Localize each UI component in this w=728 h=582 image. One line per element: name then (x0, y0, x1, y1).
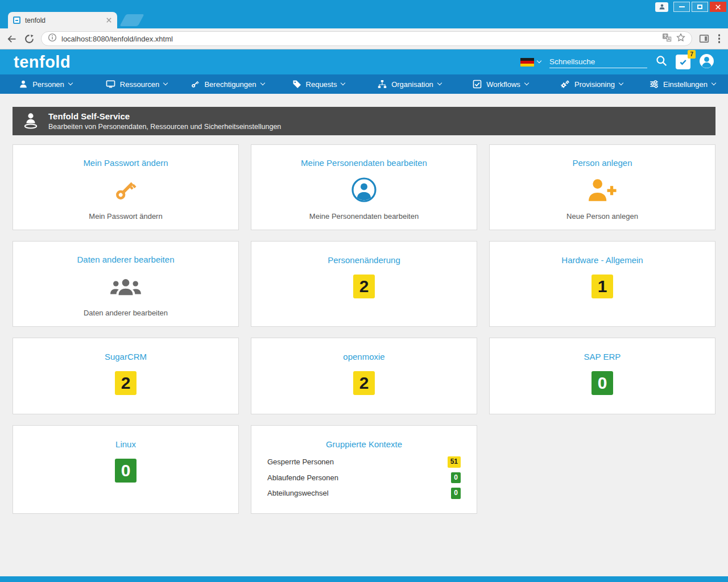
nav-item-einstellungen[interactable]: Einstellungen (637, 74, 728, 94)
card-title: SugarCRM (105, 352, 147, 361)
close-button[interactable] (710, 2, 726, 12)
key-icon (113, 177, 139, 203)
card-title: SAP ERP (584, 352, 621, 361)
window-frame-bottom (0, 576, 728, 582)
card-openmoxie[interactable]: openmoxie 2 (251, 338, 477, 414)
nav-item-requests[interactable]: Requests (273, 74, 364, 94)
sliders-icon (650, 80, 659, 89)
panel-icon[interactable] (699, 34, 709, 44)
nav-label: Berechtigungen (204, 80, 256, 89)
chevron-down-icon (68, 81, 73, 85)
card-sugarcrm[interactable]: SugarCRM 2 (13, 338, 239, 414)
nav-item-ressourcen[interactable]: Ressourcen (91, 74, 182, 94)
translate-icon[interactable] (662, 33, 672, 44)
nav-label: Provisioning (574, 80, 615, 89)
nav-label: Organisation (391, 80, 433, 89)
nav-item-organisation[interactable]: Organisation (364, 74, 455, 94)
count-badge: 1 (592, 275, 614, 298)
url-text[interactable]: localhost:8080/tenfold/index.xhtml (61, 35, 657, 43)
nav-item-berechtigungen[interactable]: Berechtigungen (182, 74, 273, 94)
nav-label: Einstellungen (663, 80, 708, 89)
chevron-down-icon (163, 81, 168, 85)
nav-item-workflows[interactable]: Workflows (455, 74, 546, 94)
page-title: Tenfold Self-Service (48, 111, 281, 121)
card-caption: Meine Personendaten bearbeiten (309, 212, 419, 221)
tab-favicon-icon (13, 16, 20, 24)
tag-icon (292, 80, 301, 89)
card-personendaten-bearbeiten[interactable]: Meine Personendaten bearbeiten Meine Per… (251, 144, 477, 230)
card-caption: Mein Passwort ändern (89, 212, 162, 221)
tasks-button[interactable]: 7 (676, 55, 690, 69)
card-title: Daten anderer bearbeiten (77, 255, 175, 264)
page-content: Tenfold Self-Service Bearbeiten von Pers… (0, 94, 728, 576)
count-badge: 0 (115, 459, 137, 483)
nav-label: Ressourcen (120, 80, 159, 89)
org-chart-icon (378, 80, 387, 89)
user-avatar-icon[interactable] (699, 53, 714, 71)
card-sap-erp[interactable]: SAP ERP 0 (489, 338, 715, 414)
nav-item-provisioning[interactable]: Provisioning (546, 74, 637, 94)
key-icon (191, 80, 200, 89)
nav-label: Personen (32, 80, 64, 89)
card-hardware-allgemein[interactable]: Hardware - Allgemein 1 (489, 241, 715, 327)
app-header: tenfold 7 (0, 49, 728, 74)
list-item[interactable]: Gesperrte Personen 51 (267, 456, 461, 468)
card-passwort-aendern[interactable]: Mein Passwort ändern Mein Passwort änder… (13, 144, 239, 230)
card-title: Mein Passwort ändern (83, 158, 168, 168)
card-title: Person anlegen (572, 158, 632, 168)
list-item[interactable]: Ablaufende Personen 0 (267, 472, 461, 484)
reload-icon[interactable] (24, 34, 34, 44)
page-header: Tenfold Self-Service Bearbeiten von Pers… (13, 107, 715, 135)
count-badge: 2 (353, 275, 375, 298)
address-bar[interactable]: localhost:8080/tenfold/index.xhtml (41, 31, 692, 46)
info-icon[interactable] (48, 33, 57, 44)
gears-icon (560, 80, 570, 89)
nav-label: Requests (306, 80, 337, 89)
card-caption: Neue Person anlegen (566, 212, 638, 221)
tab-close-icon[interactable] (106, 15, 112, 26)
card-title: Hardware - Allgemein (561, 255, 643, 265)
search-icon[interactable] (656, 55, 667, 69)
chevron-down-icon (341, 81, 345, 85)
card-caption: Daten anderer bearbeiten (84, 309, 168, 317)
card-gruppierte-kontexte[interactable]: Gruppierte Kontexte Gesperrte Personen 5… (251, 425, 477, 514)
chevron-down-icon (537, 59, 541, 63)
list-item-label: Ablaufende Personen (267, 473, 338, 482)
browser-toolbar: localhost:8080/tenfold/index.xhtml (0, 28, 728, 49)
nav-label: Workflows (486, 80, 520, 89)
back-icon[interactable] (6, 33, 18, 45)
list-item[interactable]: Abteilungswechsel 0 (267, 488, 461, 499)
search-input[interactable] (549, 56, 647, 68)
card-personenaenderung[interactable]: Personenänderung 2 (251, 241, 477, 327)
nav-item-personen[interactable]: Personen (0, 74, 91, 94)
chevron-down-icon (437, 81, 442, 85)
chevron-down-icon (619, 81, 623, 85)
browser-titlebar: tenfold (0, 0, 728, 28)
card-linux[interactable]: Linux 0 (13, 425, 239, 514)
person-pin-icon (22, 112, 40, 130)
profile-icon[interactable] (655, 2, 668, 12)
card-daten-anderer[interactable]: Daten anderer bearbeiten Daten anderer b… (13, 241, 239, 327)
people-group-icon (110, 276, 142, 297)
tasks-count-badge: 7 (688, 50, 696, 59)
card-person-anlegen[interactable]: Person anlegen Neue Person anlegen (489, 144, 715, 230)
person-plus-icon (588, 177, 617, 202)
chevron-down-icon (524, 81, 529, 85)
browser-menu-icon[interactable] (716, 32, 723, 45)
maximize-button[interactable] (692, 2, 708, 12)
chevron-down-icon (260, 81, 264, 85)
language-flag-icon[interactable] (520, 58, 541, 66)
new-tab-button[interactable] (119, 14, 144, 26)
minimize-button[interactable] (673, 2, 690, 12)
app-logo[interactable]: tenfold (14, 54, 71, 70)
browser-tab[interactable]: tenfold (8, 12, 117, 28)
card-title: Personenänderung (328, 255, 400, 265)
card-title: Meine Personendaten bearbeiten (301, 158, 427, 168)
card-grid: Mein Passwort ändern Mein Passwort änder… (13, 144, 715, 514)
monitor-icon (106, 80, 115, 89)
bookmark-star-icon[interactable] (676, 33, 685, 44)
card-title: Gruppierte Kontexte (267, 439, 461, 449)
list-item-label: Abteilungswechsel (267, 489, 329, 497)
count-badge: 0 (451, 472, 461, 484)
page-subtitle: Bearbeiten von Personendaten, Ressourcen… (48, 123, 281, 131)
